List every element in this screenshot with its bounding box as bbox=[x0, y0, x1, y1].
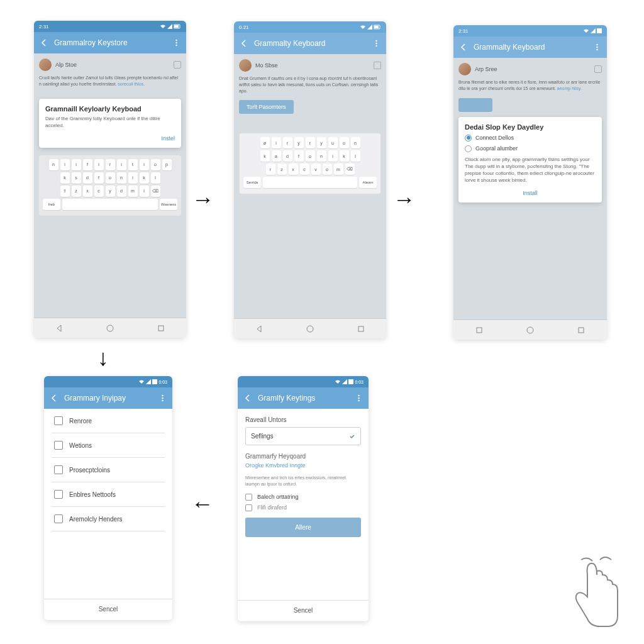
allow-button[interactable]: Allere bbox=[245, 518, 361, 537]
nav-recent-icon[interactable] bbox=[357, 325, 365, 333]
key[interactable]: z bbox=[72, 186, 81, 197]
back-icon[interactable] bbox=[39, 38, 49, 48]
list-item[interactable]: Wetions bbox=[52, 433, 165, 458]
space-key[interactable] bbox=[263, 177, 357, 188]
nav-home-icon[interactable] bbox=[526, 326, 535, 335]
key[interactable]: r bbox=[266, 164, 275, 175]
key[interactable]: i bbox=[72, 159, 81, 170]
key[interactable]: d bbox=[83, 172, 92, 184]
key[interactable]: o bbox=[306, 150, 315, 162]
list-item[interactable]: Enblres Nettoofs bbox=[52, 482, 165, 507]
body-link[interactable]: sorecoil thlos. bbox=[118, 82, 145, 86]
key[interactable]: i bbox=[94, 159, 104, 170]
list-item[interactable]: Renrore bbox=[52, 409, 165, 433]
back-icon[interactable] bbox=[458, 42, 469, 52]
checkbox-row-2[interactable]: Flifi diraferd bbox=[245, 504, 361, 511]
key[interactable]: i bbox=[128, 172, 138, 184]
key[interactable]: r bbox=[306, 137, 315, 148]
install-button[interactable]: Instel bbox=[45, 135, 175, 142]
info-icon[interactable] bbox=[174, 61, 181, 69]
key[interactable]: m bbox=[334, 164, 343, 175]
more-icon[interactable] bbox=[592, 42, 602, 52]
keyboard[interactable]: øiryryuon kadfonikl rzxcvom⌫ Sevlda Alea… bbox=[239, 133, 381, 194]
key[interactable]: ⌫ bbox=[345, 164, 355, 175]
nav-back-icon[interactable] bbox=[55, 324, 64, 333]
key[interactable]: r bbox=[283, 137, 292, 148]
more-icon[interactable] bbox=[157, 393, 167, 403]
key[interactable]: c bbox=[300, 164, 309, 175]
key[interactable]: Wseness bbox=[160, 199, 177, 210]
list-item[interactable]: Prosecptcloins bbox=[52, 458, 165, 482]
key[interactable]: f bbox=[94, 172, 104, 184]
key[interactable]: i bbox=[272, 137, 281, 148]
key[interactable]: k bbox=[340, 150, 349, 162]
key[interactable]: k bbox=[140, 172, 149, 184]
key[interactable]: r bbox=[106, 159, 115, 170]
key[interactable]: i bbox=[60, 159, 70, 170]
key[interactable]: y bbox=[294, 137, 304, 148]
info-icon[interactable] bbox=[374, 62, 381, 69]
pill-button[interactable]: Torlt Pasomters bbox=[239, 100, 294, 114]
key[interactable]: t bbox=[128, 159, 138, 170]
key[interactable]: v bbox=[311, 164, 321, 175]
radio-option-1[interactable]: Connect Dellos bbox=[465, 135, 596, 142]
key[interactable]: i bbox=[117, 159, 126, 170]
key[interactable]: l bbox=[151, 172, 160, 184]
cancel-button[interactable]: Sencel bbox=[238, 600, 369, 620]
keyboard[interactable]: niifiritiop ksdfonikl ⇧zxcydmi⌫ freb Wse… bbox=[39, 155, 181, 216]
list-item[interactable]: Aremolcly Henders bbox=[52, 507, 165, 531]
install-button[interactable]: Install bbox=[465, 190, 596, 196]
key[interactable]: x bbox=[289, 164, 298, 175]
key[interactable]: o bbox=[323, 164, 332, 175]
key[interactable]: Aleam bbox=[359, 177, 377, 188]
key[interactable]: y bbox=[317, 137, 326, 148]
key[interactable]: n bbox=[49, 159, 58, 170]
nav-home-icon[interactable] bbox=[106, 324, 114, 333]
nav-home-icon[interactable] bbox=[306, 325, 314, 333]
key[interactable]: o bbox=[151, 159, 160, 170]
key[interactable]: f bbox=[83, 159, 92, 170]
cancel-button[interactable]: Sencel bbox=[44, 599, 172, 619]
key[interactable]: u bbox=[328, 137, 338, 148]
back-icon[interactable] bbox=[239, 38, 249, 48]
key[interactable]: i bbox=[140, 159, 149, 170]
key[interactable]: y bbox=[106, 186, 115, 197]
key[interactable]: o bbox=[340, 137, 349, 148]
key[interactable]: d bbox=[283, 150, 292, 162]
key[interactable]: a bbox=[272, 150, 281, 162]
key[interactable]: z bbox=[277, 164, 287, 175]
nav-back-icon[interactable] bbox=[475, 326, 484, 335]
pill-button[interactable] bbox=[458, 98, 492, 112]
nav-back-icon[interactable] bbox=[255, 325, 264, 333]
key[interactable]: f bbox=[294, 150, 304, 162]
key[interactable]: x bbox=[83, 186, 92, 197]
key[interactable]: k bbox=[260, 150, 270, 162]
key[interactable]: c bbox=[94, 186, 104, 197]
key[interactable]: d bbox=[117, 186, 126, 197]
key[interactable]: n bbox=[317, 150, 326, 162]
link-text[interactable]: Orogke Kmvbred Inngte bbox=[245, 462, 361, 469]
key[interactable]: i bbox=[140, 186, 149, 197]
key[interactable]: ø bbox=[260, 137, 270, 148]
more-icon[interactable] bbox=[353, 393, 364, 403]
key[interactable]: k bbox=[60, 172, 70, 184]
key[interactable]: i bbox=[328, 150, 338, 162]
key[interactable]: Sevlda bbox=[243, 177, 261, 188]
settings-select[interactable]: Seflings bbox=[245, 427, 361, 445]
more-icon[interactable] bbox=[171, 38, 181, 48]
key[interactable]: s bbox=[72, 172, 81, 184]
back-icon[interactable] bbox=[49, 393, 59, 403]
key[interactable]: ⇧ bbox=[60, 186, 70, 197]
key[interactable]: freb bbox=[43, 199, 60, 210]
key[interactable]: l bbox=[351, 150, 360, 162]
info-icon[interactable] bbox=[594, 65, 602, 73]
checkbox-row-1[interactable]: Balech orttatring bbox=[245, 494, 361, 501]
body-link[interactable]: aeomp hilsy. bbox=[557, 86, 582, 91]
key[interactable]: n bbox=[117, 172, 126, 184]
nav-recent-icon[interactable] bbox=[157, 324, 165, 333]
key[interactable]: ⌫ bbox=[151, 186, 160, 197]
nav-recent-icon[interactable] bbox=[577, 326, 586, 335]
key[interactable]: m bbox=[128, 186, 138, 197]
more-icon[interactable] bbox=[371, 38, 381, 48]
radio-option-2[interactable]: Goopral alumber bbox=[465, 145, 596, 152]
